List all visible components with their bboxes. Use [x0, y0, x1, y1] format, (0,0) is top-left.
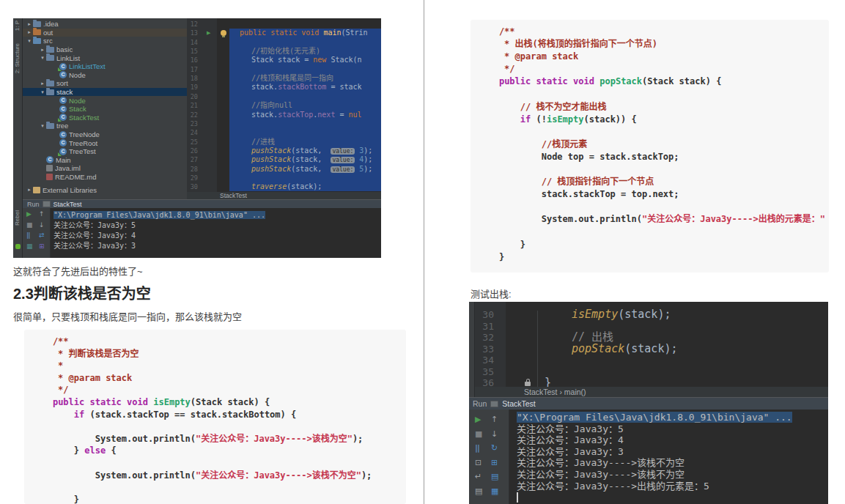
- package-icon: [46, 55, 54, 61]
- editor-code-line: //指向null: [251, 101, 292, 110]
- editor-code-line: public static void main(Strin: [240, 29, 368, 37]
- console-line: 关注公众号：Java3y：5: [53, 220, 136, 231]
- line-number: 30: [482, 309, 494, 321]
- ide-screenshot-pop-test: 30313233343536 isEmpty(stack);// 出栈popSt…: [469, 302, 828, 504]
- editor-code-line: //栈顶和栈尾是同一指向: [251, 74, 333, 83]
- indent-guide: [537, 311, 538, 387]
- toolbar-rerun-icon: ⇄: [39, 232, 45, 239]
- code-line: [478, 126, 822, 138]
- console-line: 关注公众号：Java3y：3: [517, 446, 624, 458]
- class-icon: C: [59, 139, 67, 147]
- tree-item-label: StackTest: [69, 114, 99, 122]
- jrebel-tool-label: Rebel: [14, 210, 21, 226]
- folder-src-icon: [33, 38, 41, 44]
- line-number: 19: [191, 83, 198, 92]
- line-number: 25: [191, 138, 198, 147]
- run-panel-label: Run: [27, 201, 40, 208]
- tree-item-label: tree: [56, 122, 68, 130]
- console-line: "X:\Program Files\Java\jdk1.8.0_91\bin\j…: [517, 412, 792, 423]
- toolbar-run-icon: ▶: [475, 415, 481, 423]
- line-number: 16: [191, 56, 198, 64]
- line-number: 20: [191, 92, 198, 101]
- editor-pane: public static void main(Strin//初始化栈(无元素)…: [217, 18, 381, 192]
- caption-test-pop: 测试出栈:: [471, 286, 512, 300]
- code-line: */: [32, 384, 399, 396]
- module-file-icon: [46, 165, 53, 171]
- article-page: 1: P 2: Structure Rebel ▸.idea▸out▾src▸b…: [0, 0, 845, 504]
- run-line-arrow-icon: ▶: [207, 29, 210, 37]
- tree-item-label: Java.iml: [55, 164, 81, 172]
- run-console-panel: ▶■||▦↑↓⇄⊞ "X:\Program Files\Java\jdk1.8.…: [23, 208, 381, 258]
- toolbar-stop-icon: ■: [26, 222, 33, 229]
- tree-arrow-icon: ▸: [26, 29, 33, 35]
- tree-item-linklist: ▾LinkList: [23, 53, 187, 62]
- code-line: */: [478, 63, 822, 75]
- tree-item-label: Node: [69, 97, 86, 105]
- tree-item-stack: CStack: [23, 105, 187, 114]
- console-line: 关注公众号：Java3y---->出栈的元素是：5: [517, 481, 709, 492]
- code-line: } else {: [32, 445, 399, 457]
- code-line: /**: [32, 336, 399, 348]
- line-number: 23: [191, 119, 198, 128]
- tree-arrow-icon: ▾: [39, 89, 46, 95]
- tree-item-label: Main: [56, 156, 71, 164]
- console-toolbar: ▶■||▦↑↓⇄⊞: [23, 208, 51, 258]
- folder-out-icon: [33, 29, 41, 35]
- class-icon: C: [59, 97, 67, 104]
- code-line: public static void isEmpty(Stack stack) …: [32, 396, 399, 409]
- tree-item-external-libraries: ▸External Libraries: [23, 185, 187, 194]
- console-line: "X:\Program Files\Java\jdk1.8.0_91\bin\j…: [53, 210, 265, 220]
- line-number: 14: [191, 38, 198, 47]
- editor-code-line: Stack stack = new Stack(n: [251, 56, 362, 64]
- folder-icon: [33, 21, 41, 27]
- code-line: [478, 163, 822, 176]
- toolbar-step-down-icon: ↓: [491, 430, 498, 438]
- editor-code-line: isEmpty(stack);: [572, 309, 671, 321]
- editor-code-line: traverse(stack);: [251, 182, 322, 191]
- toolbar-pause-icon: ||: [26, 232, 30, 239]
- run-tab-title: StackTest: [502, 399, 536, 408]
- code-line: *: [32, 360, 399, 372]
- runnable-class-icon: C: [59, 148, 67, 155]
- jrebel-icon: [15, 244, 21, 249]
- line-number: 28: [191, 165, 198, 174]
- paragraph-isempty-intro: 很简单，只要栈顶和栈底是同一指向，那么该栈就为空: [13, 309, 242, 323]
- line-number: 12: [191, 20, 198, 29]
- toolbar-import-icon: ⊞: [39, 243, 45, 250]
- code-line: stack.stackTop = top.next;: [478, 188, 822, 201]
- tree-item-treetest: CTreeTest: [23, 147, 187, 156]
- class-icon: C: [59, 71, 67, 78]
- toolbar-rerun-icon: ↻: [491, 444, 498, 452]
- line-number: 32: [482, 332, 494, 344]
- editor-pane: isEmpty(stack);// 出栈popStack(stack);}: [506, 302, 828, 387]
- console-line: 关注公众号：Java3y：4: [53, 231, 136, 241]
- code-line: //栈顶元素: [478, 138, 822, 151]
- class-icon: C: [59, 131, 67, 138]
- line-number: 24: [191, 128, 198, 137]
- run-panel-label: Run: [473, 399, 487, 408]
- tree-item-label: LinkListText: [69, 62, 106, 70]
- editor-gutter: 30313233343536: [475, 302, 506, 387]
- breadcrumb-bar: StackTest: [187, 192, 381, 199]
- code-line: [32, 481, 399, 494]
- code-line: /**: [478, 26, 822, 38]
- structure-tool-label: 2: Structure: [14, 43, 21, 73]
- tree-item-label: LinkList: [56, 54, 80, 62]
- console-output: "X:\Program Files\Java\jdk1.8.0_91\bin\j…: [509, 410, 828, 504]
- code-line: // 栈不为空才能出栈: [478, 101, 822, 114]
- package-icon: [46, 123, 54, 129]
- code-line: }: [478, 239, 822, 251]
- code-line: System.out.println("关注公众号：Java3y---->出栈的…: [478, 213, 822, 226]
- package-icon: [46, 81, 54, 86]
- toolbar-stop-icon: ■: [475, 430, 482, 438]
- code-line: }: [478, 251, 822, 264]
- tree-item-label: sort: [56, 79, 68, 87]
- toolbar-run-icon: ▶: [26, 211, 32, 218]
- code-line: * @param stack: [478, 51, 822, 63]
- line-number: 34: [482, 355, 494, 366]
- ide-screenshot-push-test: 1: P 2: Structure Rebel ▸.idea▸out▾src▸b…: [13, 18, 381, 258]
- tree-item-tree: ▾tree: [23, 122, 187, 130]
- code-line: [478, 226, 822, 239]
- line-number: 22: [191, 111, 198, 119]
- run-tab-title: StackTest: [53, 201, 82, 208]
